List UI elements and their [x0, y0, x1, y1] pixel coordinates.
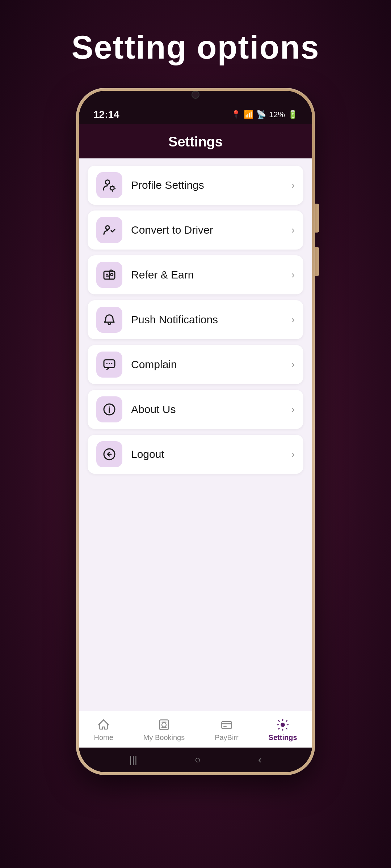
app-header: Settings	[79, 124, 312, 158]
complain-chevron: ›	[291, 359, 295, 370]
nav-item-home[interactable]: Home	[87, 717, 120, 743]
svg-point-4	[110, 273, 113, 276]
settings-list: Profile Settings › Convert to Driver ›	[79, 158, 312, 711]
signal-icon: 📡	[256, 110, 266, 119]
convert-driver-chevron: ›	[291, 224, 295, 236]
gesture-back[interactable]: ‹	[258, 754, 261, 766]
push-notifications-icon-wrap	[96, 307, 122, 333]
refer-earn-chevron: ›	[291, 269, 295, 281]
complain-label: Complain	[131, 358, 291, 371]
page-title: Setting options	[72, 29, 320, 66]
complain-icon-wrap	[96, 352, 122, 378]
camera-dot	[192, 91, 199, 99]
svg-point-2	[106, 226, 109, 229]
profile-settings-chevron: ›	[291, 179, 295, 191]
svg-point-8	[111, 363, 112, 364]
gesture-home[interactable]: ○	[195, 754, 201, 766]
svg-point-15	[281, 723, 285, 727]
about-us-chevron: ›	[291, 404, 295, 415]
svg-rect-14	[222, 722, 231, 729]
wifi-icon: 📶	[244, 110, 253, 119]
svg-point-10	[109, 407, 110, 408]
menu-item-complain[interactable]: Complain ›	[88, 345, 303, 384]
logout-icon	[102, 447, 117, 461]
bookings-nav-icon	[157, 718, 171, 731]
bell-icon	[102, 312, 117, 327]
svg-point-13	[162, 723, 166, 727]
nav-item-paybirr[interactable]: PayBirr	[207, 717, 246, 743]
app-header-title: Settings	[168, 134, 223, 149]
menu-item-push-notifications[interactable]: Push Notifications ›	[88, 300, 303, 339]
info-icon	[102, 402, 117, 417]
profile-settings-label: Profile Settings	[131, 179, 291, 191]
menu-item-profile-settings[interactable]: Profile Settings ›	[88, 166, 303, 205]
phone-frame: 12:14 📍 📶 📡 12% 🔋 Settings	[76, 88, 315, 775]
gesture-recents[interactable]: |||	[129, 754, 137, 766]
phone-screen: 12:14 📍 📶 📡 12% 🔋 Settings	[79, 91, 312, 772]
person-settings-icon	[102, 178, 117, 192]
refer-earn-label: Refer & Earn	[131, 269, 291, 281]
profile-settings-icon-wrap	[96, 172, 122, 198]
logout-chevron: ›	[291, 448, 295, 460]
push-notifications-label: Push Notifications	[131, 314, 291, 326]
home-nav-icon	[97, 718, 110, 731]
logout-icon-wrap	[96, 441, 122, 467]
settings-nav-icon	[276, 718, 289, 731]
status-bar: 12:14 📍 📶 📡 12% 🔋	[79, 102, 312, 124]
refer-earn-icon	[102, 268, 117, 282]
paybirr-nav-icon	[220, 718, 233, 731]
chat-icon	[102, 357, 117, 372]
gesture-bar: ||| ○ ‹	[79, 748, 312, 772]
home-nav-label: Home	[94, 733, 113, 742]
bookings-nav-label: My Bookings	[143, 733, 185, 742]
status-time: 12:14	[93, 109, 119, 120]
about-us-label: About Us	[131, 403, 291, 416]
convert-driver-icon-wrap	[96, 217, 122, 243]
menu-item-refer-earn[interactable]: Refer & Earn ›	[88, 255, 303, 294]
menu-item-convert-driver[interactable]: Convert to Driver ›	[88, 210, 303, 250]
battery-icon: 🔋	[288, 110, 298, 119]
logout-label: Logout	[131, 448, 291, 460]
convert-driver-icon	[102, 223, 117, 237]
paybirr-nav-label: PayBirr	[215, 733, 239, 742]
about-us-icon-wrap	[96, 396, 122, 422]
bottom-nav: Home My Bookings PayBirr	[79, 711, 312, 748]
camera-area	[79, 91, 312, 102]
menu-item-logout[interactable]: Logout ›	[88, 435, 303, 474]
refer-earn-icon-wrap	[96, 262, 122, 288]
svg-rect-12	[160, 720, 168, 730]
nav-item-settings[interactable]: Settings	[261, 717, 304, 743]
push-notifications-chevron: ›	[291, 314, 295, 326]
svg-point-7	[109, 363, 110, 364]
battery-text: 12%	[269, 110, 285, 119]
svg-point-0	[105, 180, 110, 184]
location-icon: 📍	[231, 110, 241, 119]
status-icons: 📍 📶 📡 12% 🔋	[231, 110, 298, 119]
convert-driver-label: Convert to Driver	[131, 224, 291, 236]
menu-item-about-us[interactable]: About Us ›	[88, 390, 303, 429]
nav-item-my-bookings[interactable]: My Bookings	[136, 717, 192, 743]
settings-nav-label: Settings	[269, 733, 297, 742]
svg-point-6	[106, 363, 108, 364]
